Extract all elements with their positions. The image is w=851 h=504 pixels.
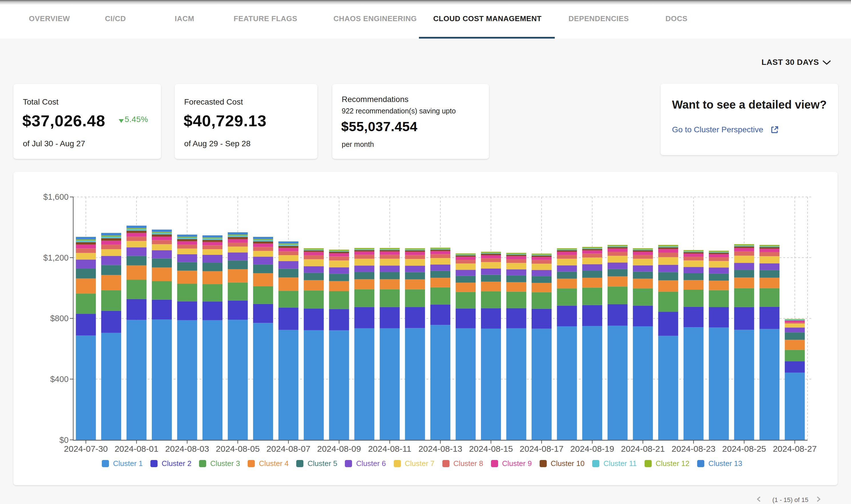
svg-text:$1,200: $1,200 bbox=[43, 253, 69, 262]
svg-text:2024-08-05: 2024-08-05 bbox=[216, 444, 260, 453]
svg-text:$1,600: $1,600 bbox=[43, 192, 69, 201]
svg-text:2024-08-17: 2024-08-17 bbox=[520, 444, 563, 453]
svg-text:2024-08-23: 2024-08-23 bbox=[672, 444, 715, 453]
svg-text:2024-08-01: 2024-08-01 bbox=[115, 444, 158, 453]
svg-text:2024-08-09: 2024-08-09 bbox=[317, 444, 361, 453]
svg-text:2024-08-11: 2024-08-11 bbox=[368, 444, 411, 453]
svg-text:2024-08-15: 2024-08-15 bbox=[469, 444, 513, 453]
svg-text:2024-08-21: 2024-08-21 bbox=[621, 444, 664, 453]
svg-text:2024-08-27: 2024-08-27 bbox=[773, 444, 817, 453]
svg-text:2024-08-07: 2024-08-07 bbox=[266, 444, 310, 453]
svg-text:2024-08-13: 2024-08-13 bbox=[418, 444, 462, 453]
svg-text:$400: $400 bbox=[50, 375, 69, 384]
svg-text:$800: $800 bbox=[50, 314, 69, 323]
svg-text:2024-08-25: 2024-08-25 bbox=[722, 444, 766, 453]
svg-text:2024-07-30: 2024-07-30 bbox=[64, 444, 108, 453]
svg-text:2024-08-19: 2024-08-19 bbox=[570, 444, 614, 453]
svg-text:$0: $0 bbox=[59, 435, 69, 445]
svg-text:2024-08-03: 2024-08-03 bbox=[165, 444, 209, 453]
